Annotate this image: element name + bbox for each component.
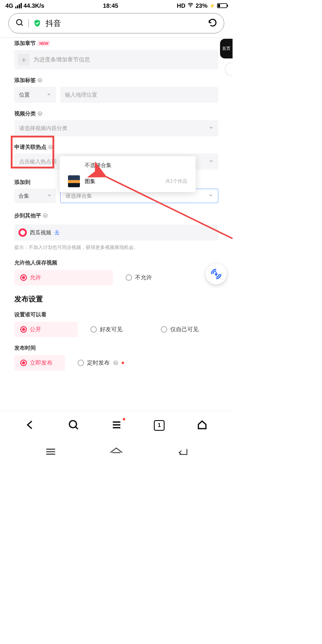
chevron-down-icon xyxy=(47,193,52,199)
search-button[interactable] xyxy=(68,419,79,432)
red-dot-icon xyxy=(122,362,124,364)
radio-icon xyxy=(161,326,167,333)
publish-scheduled[interactable]: 定时发布? xyxy=(72,355,130,371)
addto-type-select[interactable]: 合集 xyxy=(14,189,56,203)
status-bar: 4G 44.3K/s 18:45 HD 23% ⚡ xyxy=(0,0,233,11)
collection-thumbnail xyxy=(68,175,80,187)
svg-point-3 xyxy=(69,420,76,428)
new-badge: NEW xyxy=(38,41,50,46)
help-icon[interactable]: ? xyxy=(38,78,42,83)
home-button[interactable] xyxy=(196,419,208,432)
geo-input[interactable]: 输入地理位置 xyxy=(60,87,218,103)
radio-icon xyxy=(126,274,132,281)
header-divider xyxy=(0,38,233,38)
clock: 18:45 xyxy=(103,2,118,9)
help-icon[interactable]: ? xyxy=(38,111,42,116)
help-icon[interactable]: ? xyxy=(113,360,118,365)
network-label: 4G xyxy=(5,2,13,9)
publish-settings-title: 发布设置 xyxy=(14,294,218,304)
go-link[interactable]: 去 xyxy=(54,229,60,236)
visibility-label: 设置谁可以看 xyxy=(14,311,218,318)
hd-label: HD xyxy=(177,2,185,9)
help-icon[interactable]: ? xyxy=(43,213,48,218)
signal-icon xyxy=(15,3,22,8)
divider xyxy=(28,19,29,27)
address-text: 抖音 xyxy=(46,18,61,29)
svg-point-1 xyxy=(16,19,22,25)
radio-icon xyxy=(78,360,84,366)
chevron-down-icon xyxy=(208,193,213,199)
dropdown-none-option[interactable]: 不选择合集 xyxy=(60,159,196,172)
battery-pct: 23% xyxy=(196,2,208,9)
xigua-icon xyxy=(18,228,27,237)
dropdown-collection-item[interactable]: 图集 共1个作品 xyxy=(60,172,196,190)
refresh-icon[interactable] xyxy=(208,18,217,29)
plus-icon: ＋ xyxy=(18,54,30,66)
radio-icon xyxy=(90,326,97,333)
radio-icon xyxy=(20,326,27,333)
help-icon[interactable]: ? xyxy=(48,145,53,149)
charging-icon: ⚡ xyxy=(209,3,215,9)
menu-button[interactable] xyxy=(111,419,122,432)
visibility-friends[interactable]: 好友可见 xyxy=(84,322,148,337)
back-system-button[interactable] xyxy=(175,446,189,459)
browser-toolbar: 1 xyxy=(0,411,233,439)
address-bar[interactable]: 抖音 xyxy=(8,13,224,33)
chevron-down-icon xyxy=(47,92,51,98)
floating-cast-button[interactable] xyxy=(206,264,227,284)
publish-now[interactable]: 立即发布 xyxy=(14,355,65,371)
hotspot-label: 申请关联热点 ? xyxy=(14,143,218,151)
deny-save-option[interactable]: 不允许 xyxy=(120,270,218,285)
sync-label: 步到其他平 ? xyxy=(14,212,218,219)
add-chapter-input[interactable]: ＋ 为进度条增加章节信息 xyxy=(14,50,218,69)
system-nav-bar xyxy=(0,439,233,465)
visibility-self[interactable]: 仅自己可见 xyxy=(155,322,218,337)
xigua-sync-row[interactable]: 西瓜视频 去 xyxy=(14,225,218,241)
tag-type-select[interactable]: 位置 xyxy=(14,87,56,103)
save-label: 允许他人保存视频 xyxy=(14,259,218,266)
wifi-icon xyxy=(187,2,194,10)
visibility-public[interactable]: 公开 xyxy=(14,322,78,337)
svg-point-0 xyxy=(190,7,191,7)
side-home-button[interactable]: 首页 xyxy=(220,39,233,58)
chapter-placeholder: 为进度条增加章节信息 xyxy=(33,56,90,64)
chapter-section-label: 添加章节 NEW xyxy=(14,40,218,47)
home-system-button[interactable] xyxy=(109,446,123,459)
radio-icon xyxy=(20,274,27,281)
publish-time-label: 发布时间 xyxy=(14,344,218,352)
red-dot-icon xyxy=(123,418,125,420)
category-select[interactable]: 请选择视频内容分类 xyxy=(14,120,218,136)
allow-save-option[interactable]: 允许 xyxy=(14,270,113,285)
tags-label: 添加标签 ? xyxy=(14,77,218,84)
net-speed: 44.3K/s xyxy=(24,2,44,9)
shield-check-icon xyxy=(33,19,41,27)
back-button[interactable] xyxy=(25,419,36,432)
category-label: 视频分类 ? xyxy=(14,110,218,117)
search-icon xyxy=(15,18,24,28)
sync-hint: 提示：不加入计划也可同步视频，获得更多视频展现机会。 xyxy=(14,244,218,251)
battery-icon xyxy=(217,3,227,8)
radio-icon xyxy=(20,360,27,366)
chevron-down-icon xyxy=(209,159,213,165)
recent-apps-button[interactable] xyxy=(44,446,58,459)
chevron-down-icon xyxy=(209,125,213,131)
collection-dropdown[interactable]: 不选择合集 图集 共1个作品 xyxy=(60,156,196,192)
tabs-button[interactable]: 1 xyxy=(154,420,165,431)
